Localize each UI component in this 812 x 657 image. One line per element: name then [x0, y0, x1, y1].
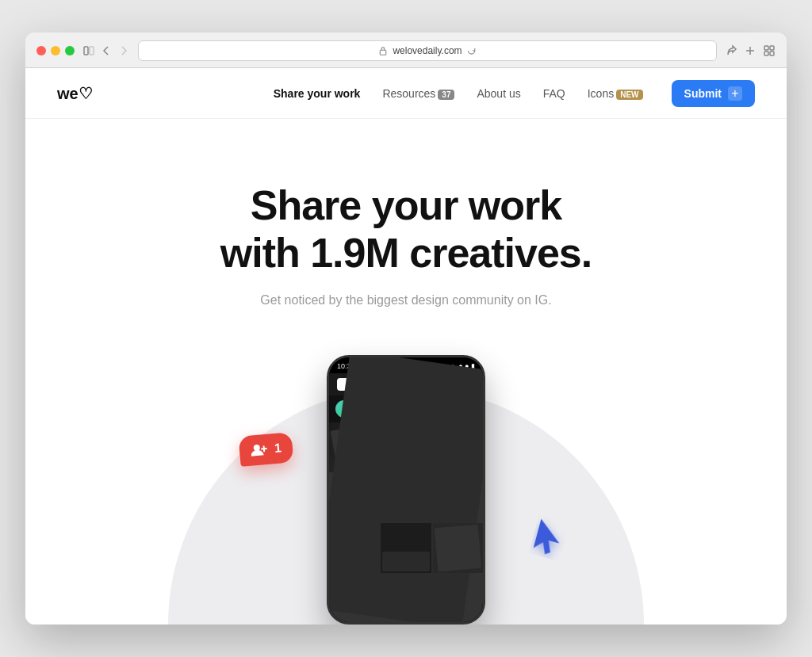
back-icon[interactable]: [100, 44, 113, 57]
svg-rect-8: [770, 52, 774, 55]
nav-item-about[interactable]: About us: [477, 86, 520, 101]
svg-rect-7: [764, 52, 768, 55]
close-button[interactable]: [36, 46, 46, 55]
browser-window: welovedaily.com we♡ Share your work: [25, 32, 787, 625]
url-text: welovedaily.com: [393, 45, 462, 56]
notification-bubble: 1: [238, 432, 293, 467]
phone-image-grid: [329, 422, 483, 622]
nav-link-faq[interactable]: FAQ: [543, 87, 565, 100]
share-icon[interactable]: [725, 44, 737, 57]
svg-marker-12: [533, 518, 565, 556]
nav-link-resources[interactable]: Resources37: [382, 87, 454, 100]
resources-badge: 37: [438, 90, 454, 100]
icons-badge: NEW: [616, 90, 642, 100]
sidebar-icon[interactable]: [82, 44, 95, 57]
url-bar[interactable]: welovedaily.com: [138, 40, 717, 61]
phone-mockup: 10:35 ▲ ● ● ▮ Instagram: [327, 355, 485, 625]
svg-point-9: [253, 444, 260, 451]
svg-rect-6: [770, 46, 774, 50]
page-content: we♡ Share your work Resources37 About us…: [25, 68, 787, 625]
forward-icon[interactable]: [117, 44, 130, 57]
svg-rect-2: [381, 50, 387, 55]
hero-title: Share your work with 1.9M creatives.: [220, 182, 592, 277]
browser-actions: [725, 44, 776, 57]
nav-link-icons[interactable]: IconsNEW: [588, 87, 643, 100]
new-tab-icon[interactable]: [744, 44, 756, 57]
grid-icon[interactable]: [763, 44, 776, 57]
security-icon: [378, 46, 388, 55]
svg-rect-1: [90, 47, 94, 55]
phone-screen: 10:35 ▲ ● ● ▮ Instagram: [329, 357, 483, 622]
svg-rect-0: [84, 47, 88, 55]
navbar: we♡ Share your work Resources37 About us…: [25, 68, 787, 119]
nav-item-faq[interactable]: FAQ: [543, 86, 565, 101]
nav-item-icons[interactable]: IconsNEW: [588, 86, 643, 101]
nav-links: Share your work Resources37 About us FAQ…: [274, 86, 643, 101]
nav-item-share[interactable]: Share your work: [274, 86, 361, 101]
grid-item-3: [433, 422, 483, 472]
follower-icon: [250, 442, 268, 458]
logo[interactable]: we♡: [57, 84, 93, 103]
nav-link-about[interactable]: About us: [477, 87, 520, 100]
plus-icon: +: [728, 86, 742, 101]
hero-subtitle: Get noticed by the biggest design commun…: [260, 293, 551, 307]
grid-item-5: [381, 523, 431, 573]
svg-rect-5: [764, 46, 768, 50]
submit-label: Submit: [684, 87, 722, 100]
browser-chrome: welovedaily.com: [25, 32, 787, 68]
nav-link-share[interactable]: Share your work: [274, 87, 361, 100]
refresh-icon[interactable]: [467, 46, 477, 55]
nav-item-resources[interactable]: Resources37: [382, 86, 454, 101]
minimize-button[interactable]: [51, 46, 60, 55]
phone-area: 10:35 ▲ ● ● ▮ Instagram: [271, 355, 541, 625]
svg-line-11: [262, 449, 266, 449]
maximize-button[interactable]: [65, 46, 75, 55]
submit-button[interactable]: Submit +: [672, 80, 755, 107]
grid-item-6: [433, 523, 483, 573]
window-controls: [82, 44, 130, 57]
notification-count: 1: [274, 441, 282, 456]
hero-section: Share your work with 1.9M creatives. Get…: [25, 119, 787, 625]
traffic-lights: [36, 46, 75, 55]
